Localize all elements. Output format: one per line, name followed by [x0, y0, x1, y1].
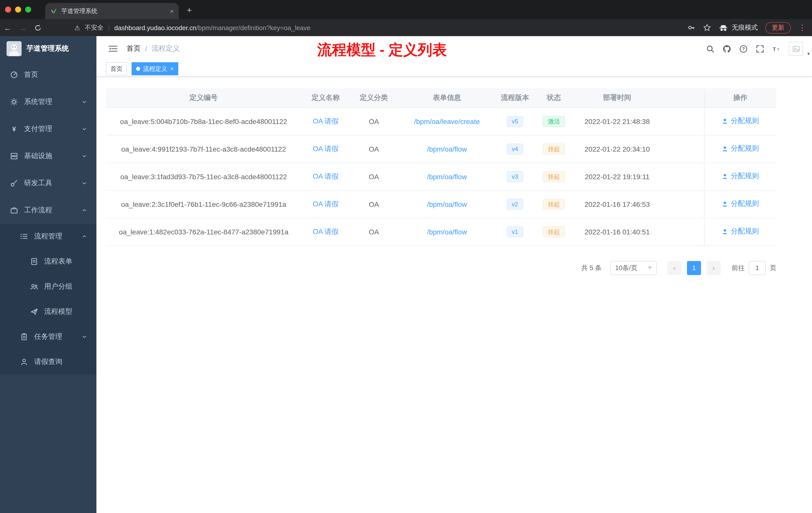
sidebar-logo-row[interactable]: 芋道管理系统	[0, 36, 96, 61]
version-badge: v2	[507, 199, 523, 210]
security-label[interactable]: 不安全	[85, 23, 104, 32]
tag-process-definition[interactable]: 流程定义 ×	[132, 62, 178, 75]
sidebar-item-user-group[interactable]: 用户分组	[0, 274, 96, 299]
maximize-window-button[interactable]	[25, 6, 31, 12]
page-size-value: 10条/页	[615, 263, 637, 272]
sidebar-item-task-management[interactable]: 任务管理	[0, 324, 96, 350]
goto-label: 前往	[732, 263, 745, 272]
form-link[interactable]: /bpm/oa/leave/create	[414, 117, 480, 125]
cell-deploy-time: 2022-01-22 21:48:38	[574, 108, 660, 135]
prev-page-button[interactable]: ‹	[667, 261, 682, 275]
help-icon[interactable]: ?	[739, 44, 748, 53]
content-area: 定义编号 定义名称 定义分类 表单信息 流程版本 状态 部署时间 操作	[96, 77, 812, 275]
version-badge: v3	[507, 171, 523, 182]
search-icon[interactable]	[706, 44, 715, 53]
definition-name-link[interactable]: OA 请假	[313, 227, 339, 235]
logo-avatar	[6, 41, 22, 56]
assign-rule-button[interactable]: 分配规则	[722, 144, 759, 153]
sidebar-item-process-management[interactable]: 流程管理	[0, 224, 96, 249]
dashboard-icon	[10, 71, 18, 79]
tag-close-icon[interactable]: ×	[170, 66, 174, 72]
update-button[interactable]: 更新	[765, 22, 791, 33]
cell-definition-id: oa_leave:5:004b710b-7b8a-11ec-8ef0-acde4…	[106, 108, 301, 135]
send-icon	[30, 308, 38, 316]
assign-rule-button[interactable]: 分配规则	[722, 227, 759, 236]
page-number-button[interactable]: 1	[687, 261, 701, 275]
menu-kebab-icon[interactable]: ⋮	[799, 23, 806, 32]
favicon	[50, 7, 57, 14]
definition-name-link[interactable]: OA 请假	[313, 172, 339, 180]
security-warning-icon: ⚠	[74, 24, 80, 31]
window-controls	[0, 0, 38, 19]
yen-icon: ¥	[10, 125, 18, 133]
github-icon[interactable]	[723, 44, 731, 53]
browser-tab-strip: 芋道管理系统 × +	[0, 0, 812, 19]
tag-home[interactable]: 首页	[106, 62, 127, 75]
sidebar-item-workflow[interactable]: 工作流程	[0, 197, 96, 224]
user-avatar[interactable]: ▼	[789, 40, 804, 57]
breadcrumb-home[interactable]: 首页	[126, 44, 141, 53]
definition-name-link[interactable]: OA 请假	[313, 144, 339, 152]
form-link[interactable]: /bpm/oa/flow	[427, 228, 467, 236]
back-icon[interactable]: ←	[0, 23, 15, 32]
definition-name-link[interactable]: OA 请假	[313, 200, 339, 208]
briefcase-icon	[10, 206, 18, 214]
sidebar-item-leave-query[interactable]: 请假查询	[0, 350, 96, 374]
sidebar-item-devtools[interactable]: 研发工具	[0, 170, 96, 197]
bookmark-star-icon[interactable]	[703, 24, 711, 32]
hamburger-icon[interactable]	[109, 45, 117, 53]
chevron-down-icon	[81, 153, 87, 159]
forward-icon[interactable]: →	[15, 23, 30, 32]
sidebar-item-label: 用户分组	[44, 282, 72, 291]
page-size-select[interactable]: 10条/页	[610, 261, 657, 275]
avatar-caret-icon: ▼	[807, 52, 811, 56]
assign-rule-button[interactable]: 分配规则	[722, 200, 759, 209]
close-window-button[interactable]	[5, 6, 11, 12]
goto-page-input[interactable]	[749, 261, 766, 275]
sidebar-item-label: 支付管理	[24, 124, 52, 133]
browser-tab[interactable]: 芋道管理系统 ×	[45, 3, 179, 19]
cell-category: OA	[350, 108, 398, 135]
sidebar-item-infrastructure[interactable]: 基础设施	[0, 143, 96, 170]
svg-text:?: ?	[742, 46, 745, 51]
cell-category: OA	[350, 135, 398, 163]
page-header: 首页 / 流程定义 流程模型 - 定义列表 ?	[96, 36, 812, 61]
form-link[interactable]: /bpm/oa/flow	[427, 200, 467, 208]
address-bar[interactable]: ⚠ 不安全 | dashboard.yudao.iocoder.cn/bpm/m…	[74, 23, 688, 32]
definition-name-link[interactable]: OA 请假	[313, 117, 339, 125]
font-size-icon[interactable]: TT	[772, 44, 781, 53]
form-link[interactable]: /bpm/oa/flow	[427, 173, 467, 180]
browser-toolbar: ← → ⚠ 不安全 | dashboard.yudao.iocoder.cn/b…	[0, 19, 812, 36]
sidebar-item-payment[interactable]: ¥ 支付管理	[0, 116, 96, 143]
new-tab-button[interactable]: +	[179, 5, 192, 19]
chevron-down-icon	[81, 334, 87, 340]
status-badge: 挂起	[543, 226, 565, 237]
total-count: 共 5 条	[581, 263, 602, 272]
tag-label: 首页	[111, 64, 122, 73]
url-host: dashboard.yudao.iocoder.cn	[114, 24, 196, 31]
toolbar-right: 无痕模式 更新 ⋮	[688, 22, 812, 33]
chevron-down-icon	[81, 126, 87, 132]
minimize-window-button[interactable]	[15, 6, 21, 12]
sidebar-item-label: 首页	[24, 70, 38, 79]
svg-text:¥: ¥	[12, 125, 16, 133]
sidebar-item-home[interactable]: 首页	[0, 61, 96, 88]
form-icon	[30, 258, 38, 266]
fullscreen-icon[interactable]	[756, 44, 764, 53]
sidebar-item-process-form[interactable]: 流程表单	[0, 249, 96, 274]
assign-rule-button[interactable]: 分配规则	[722, 117, 759, 126]
reload-icon[interactable]	[30, 24, 45, 31]
url-text[interactable]: dashboard.yudao.iocoder.cn/bpm/manager/d…	[114, 24, 310, 31]
column-header-form: 表单信息	[398, 88, 496, 108]
key-icon[interactable]	[688, 24, 696, 32]
sidebar-item-system[interactable]: 系统管理	[0, 88, 96, 116]
incognito-badge[interactable]: 无痕模式	[719, 23, 758, 32]
tab-close-icon[interactable]: ×	[170, 7, 174, 15]
sidebar-item-process-model[interactable]: 流程模型	[0, 299, 96, 324]
next-page-button[interactable]: ›	[706, 261, 721, 275]
action-label: 分配规则	[731, 144, 759, 153]
clipboard-icon	[20, 333, 28, 341]
form-link[interactable]: /bpm/oa/flow	[427, 145, 467, 153]
active-dot-icon	[136, 67, 140, 71]
assign-rule-button[interactable]: 分配规则	[722, 172, 759, 181]
